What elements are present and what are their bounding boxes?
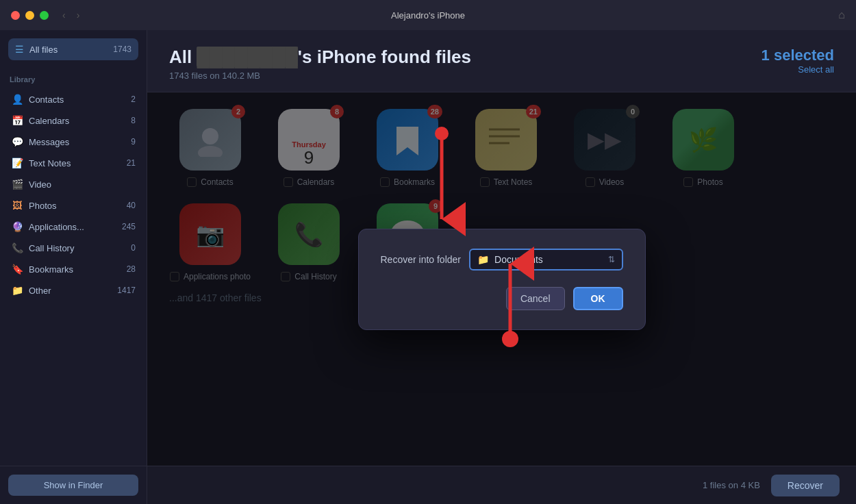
- main-layout: ☰ All files 1743 Library 👤 Contacts 2 📅 …: [0, 30, 856, 504]
- contacts-icon: 👤: [11, 94, 23, 105]
- calendars-icon: 📅: [11, 115, 23, 126]
- title-redacted: ████████: [197, 47, 297, 67]
- maximize-button[interactable]: [40, 11, 49, 20]
- messages-icon: 💬: [11, 136, 23, 147]
- header-right: 1 selected Select all: [761, 47, 834, 75]
- folder-dropdown-arrow: ⇅: [608, 255, 615, 264]
- sidebar-label-applications: Applications...: [29, 222, 122, 232]
- title-prefix: All: [169, 47, 197, 67]
- svg-point-13: [502, 331, 518, 347]
- bottom-bar: 1 files on 4 KB Recover: [147, 466, 856, 504]
- sidebar-label-messages: Messages: [29, 137, 131, 147]
- all-files-icon: ☰: [15, 44, 24, 55]
- titlebar: ‹ › Alejandro's iPhone ⌂: [0, 0, 856, 30]
- applications-icon: 🔮: [11, 221, 23, 232]
- sidebar-count-bookmarks: 28: [127, 264, 136, 274]
- title-suffix: 's iPhone found files: [298, 47, 471, 67]
- all-files-label: All files: [29, 45, 113, 55]
- recover-into-folder-label: Recover into folder: [381, 254, 462, 265]
- files-grid-area: 2 Contacts Thursday 9 8: [147, 92, 856, 466]
- sidebar-label-calendars: Calendars: [29, 116, 131, 126]
- sidebar-label-other: Other: [29, 286, 117, 296]
- modal-buttons: Cancel OK: [381, 287, 623, 310]
- header-left: All ████████'s iPhone found files 1743 f…: [169, 47, 471, 81]
- sidebar: ☰ All files 1743 Library 👤 Contacts 2 📅 …: [0, 30, 147, 504]
- minimize-button[interactable]: [25, 11, 34, 20]
- library-section-label: Library: [0, 68, 147, 86]
- sidebar-label-video: Video: [29, 179, 136, 190]
- window-title: Alejandro's iPhone: [391, 10, 465, 21]
- sidebar-item-calendars[interactable]: 📅 Calendars 8: [5, 110, 141, 131]
- sidebar-label-textnotes: Text Notes: [29, 158, 127, 168]
- sidebar-count-other: 1417: [117, 286, 136, 295]
- show-in-finder-button[interactable]: Show in Finder: [8, 475, 138, 496]
- folder-name: Documents: [494, 254, 602, 265]
- sidebar-count-textnotes: 21: [127, 158, 136, 168]
- modal-folder-row: Recover into folder 📁 Documents ⇅: [381, 249, 623, 270]
- titlebar-actions: ⌂: [838, 9, 845, 21]
- sidebar-count-contacts: 2: [131, 94, 136, 104]
- sidebar-label-bookmarks: Bookmarks: [29, 264, 127, 275]
- svg-point-12: [435, 127, 449, 140]
- sidebar-item-textnotes[interactable]: 📝 Text Notes 21: [5, 153, 141, 173]
- recover-button[interactable]: Recover: [771, 475, 840, 496]
- sidebar-item-callhistory[interactable]: 📞 Call History 0: [5, 238, 141, 258]
- sidebar-item-bookmarks[interactable]: 🔖 Bookmarks 28: [5, 259, 141, 279]
- sidebar-item-photos[interactable]: 🖼 Photos 40: [5, 195, 141, 216]
- sidebar-count-applications: 245: [122, 222, 136, 231]
- sidebar-label-callhistory: Call History: [29, 243, 131, 253]
- other-icon: 📁: [11, 285, 23, 296]
- traffic-lights: [11, 11, 49, 20]
- content-area: All ████████'s iPhone found files 1743 f…: [147, 30, 856, 504]
- bottom-info: 1 files on 4 KB: [703, 480, 760, 490]
- bookmarks-icon: 🔖: [11, 264, 23, 275]
- modal-overlay: Recover into folder 📁 Documents ⇅ Cancel…: [147, 92, 856, 466]
- recover-dialog: Recover into folder 📁 Documents ⇅ Cancel…: [358, 229, 646, 330]
- selected-count: 1 selected: [761, 47, 834, 64]
- sidebar-count-callhistory: 0: [131, 243, 136, 253]
- sidebar-item-contacts[interactable]: 👤 Contacts 2: [5, 89, 141, 110]
- sidebar-item-other[interactable]: 📁 Other 1417: [5, 280, 141, 301]
- page-title: All ████████'s iPhone found files: [169, 47, 471, 68]
- select-all-button[interactable]: Select all: [761, 64, 834, 75]
- sidebar-item-applications[interactable]: 🔮 Applications... 245: [5, 216, 141, 237]
- sidebar-label-photos: Photos: [29, 201, 127, 211]
- ok-button[interactable]: OK: [573, 287, 623, 310]
- sidebar-bottom: Show in Finder: [0, 466, 147, 504]
- sidebar-item-messages[interactable]: 💬 Messages 9: [5, 131, 141, 152]
- sidebar-item-video[interactable]: 🎬 Video: [5, 174, 141, 194]
- back-button[interactable]: ‹: [60, 8, 68, 22]
- forward-button[interactable]: ›: [74, 8, 83, 22]
- textnotes-icon: 📝: [11, 158, 23, 168]
- sidebar-items: 👤 Contacts 2 📅 Calendars 8 💬 Messages 9 …: [0, 86, 147, 466]
- video-icon: 🎬: [11, 179, 23, 190]
- folder-select[interactable]: 📁 Documents ⇅: [469, 249, 622, 270]
- callhistory-icon: 📞: [11, 242, 23, 253]
- page-subtitle: 1743 files on 140.2 MB: [169, 71, 471, 81]
- sidebar-top: ☰ All files 1743: [0, 30, 147, 68]
- all-files-count: 1743: [113, 45, 131, 54]
- nav-buttons: ‹ ›: [60, 8, 82, 22]
- folder-icon: 📁: [477, 254, 489, 265]
- sidebar-count-calendars: 8: [131, 116, 136, 125]
- sidebar-label-contacts: Contacts: [29, 94, 131, 105]
- content-header: All ████████'s iPhone found files 1743 f…: [147, 30, 856, 92]
- sidebar-count-photos: 40: [127, 201, 136, 210]
- home-icon[interactable]: ⌂: [838, 9, 845, 21]
- sidebar-item-all-files[interactable]: ☰ All files 1743: [8, 38, 138, 60]
- photos-icon: 🖼: [11, 200, 23, 211]
- close-button[interactable]: [11, 11, 20, 20]
- sidebar-count-messages: 9: [131, 137, 136, 147]
- cancel-button[interactable]: Cancel: [506, 287, 565, 310]
